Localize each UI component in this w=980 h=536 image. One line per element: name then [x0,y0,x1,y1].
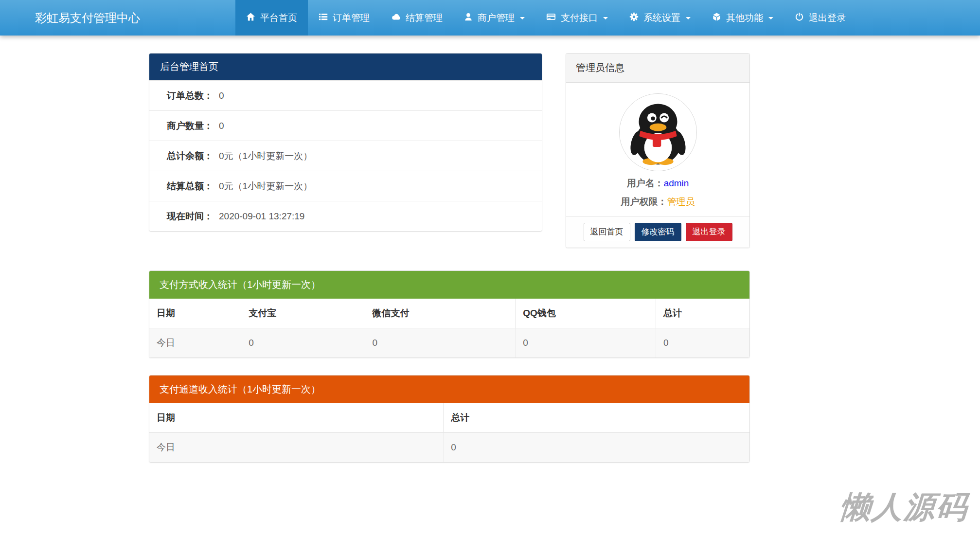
nav-item-system-settings[interactable]: 系统设置 [619,0,701,36]
column-header: 总计 [444,403,749,433]
nav-item-logout[interactable]: 退出登录 [784,0,856,36]
username-line: 用户名：admin [573,177,742,190]
gear-icon [629,12,639,24]
chevron-down-icon [603,17,608,22]
stat-label: 订单总数： [167,89,213,102]
table-cell: 今日 [149,433,444,463]
back-home-button[interactable]: 返回首页 [584,223,630,241]
chevron-down-icon [520,17,525,22]
stat-label: 总计余额： [167,150,213,162]
home-icon [246,12,255,24]
stat-label: 结算总额： [167,180,213,193]
change-password-button[interactable]: 修改密码 [635,223,681,241]
nav-item-label: 其他功能 [726,12,763,24]
role-line: 用户权限：管理员 [573,196,742,208]
dashboard-panel: 后台管理首页 订单总数： 0 商户数量： 0 总计余额： 0元（1小时更新一次）… [149,53,542,232]
column-header: 支付宝 [241,299,365,328]
cloud-icon [391,12,401,24]
table-cell: 0 [516,328,656,358]
admin-panel-footer: 返回首页 修改密码 退出登录 [566,216,749,248]
stat-row-merchant-count: 商户数量： 0 [149,110,542,141]
stat-label: 现在时间： [167,210,213,223]
chevron-down-icon [686,17,691,22]
nav-item-label: 结算管理 [406,12,443,24]
stat-value: 0元（1小时更新一次） [219,180,312,193]
nav-item-settlement[interactable]: 结算管理 [380,0,453,36]
nav-item-label: 平台首页 [260,12,297,24]
admin-panel-title: 管理员信息 [566,54,749,83]
table-cell: 0 [656,328,749,358]
stat-row-order-total: 订单总数： 0 [149,80,542,110]
stat-value: 0元（1小时更新一次） [219,150,312,162]
main-nav: 平台首页 订单管理 结算管理 商户管理 支付接口 系统设置 其他功能 [235,0,856,36]
table-cell: 今日 [149,328,241,358]
qq-penguin-avatar [619,93,697,171]
nav-item-label: 支付接口 [561,12,598,24]
column-header: 总计 [656,299,749,328]
nav-item-label: 系统设置 [643,12,680,24]
stat-row-settlement-total: 结算总额： 0元（1小时更新一次） [149,171,542,201]
stat-row-total-balance: 总计余额： 0元（1小时更新一次） [149,141,542,171]
column-header: 日期 [149,299,241,328]
stat-value: 0 [219,90,224,101]
payment-channel-panel-title: 支付通道收入统计（1小时更新一次） [149,375,749,403]
payment-method-stats-panel: 支付方式收入统计（1小时更新一次） 日期 支付宝 微信支付 QQ钱包 总计 今日… [149,270,750,358]
chevron-down-icon [768,17,773,22]
admin-panel-body: 用户名：admin 用户权限：管理员 [566,83,749,216]
table-cell: 0 [365,328,516,358]
admin-info-panel: 管理员信息 [566,53,750,248]
nav-item-label: 商户管理 [478,12,515,24]
nav-item-payment-api[interactable]: 支付接口 [535,0,619,36]
table-cell: 0 [444,433,749,463]
logout-button[interactable]: 退出登录 [686,223,732,241]
credit-card-icon [546,12,556,24]
column-header: 日期 [149,403,444,433]
power-icon [795,12,804,24]
payment-method-table: 日期 支付宝 微信支付 QQ钱包 总计 今日 0 0 0 0 [149,299,749,357]
nav-item-label: 订单管理 [333,12,370,24]
role-value: 管理员 [667,197,695,207]
user-icon [464,12,473,24]
stat-value: 0 [219,121,224,131]
payment-method-panel-title: 支付方式收入统计（1小时更新一次） [149,271,749,299]
nav-item-label: 退出登录 [809,12,846,24]
username-label: 用户名： [627,178,664,188]
list-icon [319,12,328,24]
role-label: 用户权限： [621,197,667,207]
cube-icon [712,12,721,24]
table-header-row: 日期 支付宝 微信支付 QQ钱包 总计 [149,299,749,328]
stat-value: 2020-09-01 13:27:19 [219,211,304,222]
nav-item-orders[interactable]: 订单管理 [308,0,380,36]
dashboard-panel-title: 后台管理首页 [149,54,542,80]
main-content: 后台管理首页 订单总数： 0 商户数量： 0 总计余额： 0元（1小时更新一次）… [149,53,750,463]
payment-channel-table: 日期 总计 今日 0 [149,403,749,462]
table-cell: 0 [241,328,365,358]
stat-row-current-time: 现在时间： 2020-09-01 13:27:19 [149,201,542,231]
column-header: 微信支付 [365,299,516,328]
nav-item-merchants[interactable]: 商户管理 [453,0,535,36]
table-header-row: 日期 总计 [149,403,749,433]
table-row: 今日 0 0 0 0 [149,328,749,358]
top-navbar: 彩虹易支付管理中心 平台首页 订单管理 结算管理 商户管理 支付接口 系统设置 [0,0,980,36]
table-row: 今日 0 [149,433,749,463]
payment-channel-stats-panel: 支付通道收入统计（1小时更新一次） 日期 总计 今日 0 [149,375,750,463]
username-link[interactable]: admin [664,178,689,188]
stat-label: 商户数量： [167,120,213,132]
nav-item-other-functions[interactable]: 其他功能 [701,0,784,36]
brand-title[interactable]: 彩虹易支付管理中心 [35,0,140,36]
nav-item-home[interactable]: 平台首页 [235,0,308,36]
watermark-text: 懒人源码 [838,486,970,528]
column-header: QQ钱包 [516,299,656,328]
